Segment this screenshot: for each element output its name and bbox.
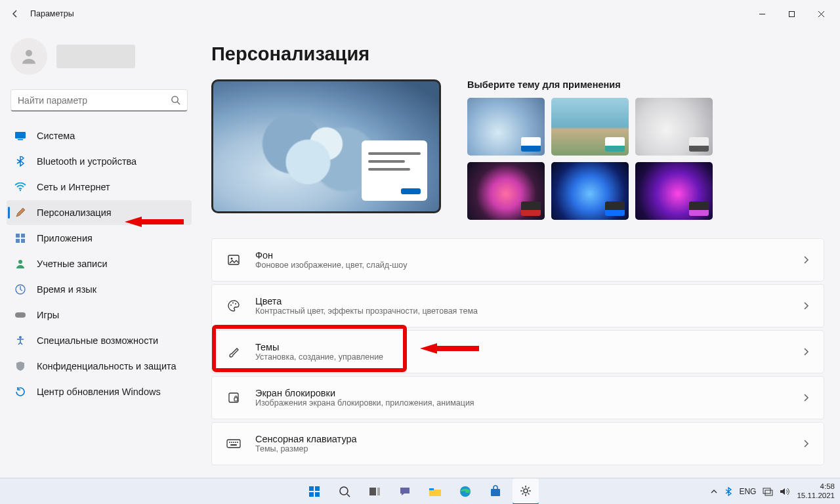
- card-touch-keyboard[interactable]: Сенсорная клавиатураТемы, размер: [211, 422, 824, 465]
- svg-rect-33: [315, 486, 320, 491]
- nav-accessibility[interactable]: Специальные возможности: [7, 328, 192, 353]
- card-sub: Фоновое изображение, цвет, слайд-шоу: [255, 261, 788, 270]
- tray-network-icon[interactable]: [763, 487, 773, 496]
- card-lockscreen[interactable]: Экран блокировкиИзображения экрана блоки…: [211, 376, 824, 419]
- nav-system[interactable]: Система: [7, 123, 192, 148]
- card-background[interactable]: ФонФоновое изображение, цвет, слайд-шоу: [211, 238, 824, 282]
- nav-network[interactable]: Сеть и Интернет: [7, 175, 192, 200]
- keyboard-icon: [226, 438, 241, 449]
- svg-point-2: [26, 50, 32, 56]
- grid-icon: [14, 232, 26, 244]
- theme-landscape[interactable]: [551, 98, 629, 156]
- maximize-button[interactable]: [777, 3, 807, 24]
- card-sub: Темы, размер: [255, 444, 788, 453]
- user-profile[interactable]: [7, 33, 192, 89]
- nav-label: Система: [37, 131, 75, 141]
- monitor-icon: [14, 130, 26, 142]
- minimize-button[interactable]: [747, 3, 777, 24]
- card-title: Фон: [255, 250, 788, 261]
- nav-bluetooth[interactable]: Bluetooth и устройства: [7, 149, 192, 174]
- taskbar-store[interactable]: [482, 478, 509, 505]
- nav-accounts[interactable]: Учетные записи: [7, 251, 192, 276]
- svg-point-19: [232, 303, 234, 304]
- card-themes[interactable]: ТемыУстановка, создание, управление: [211, 330, 824, 373]
- theme-gray[interactable]: [635, 98, 713, 156]
- svg-rect-23: [227, 440, 240, 448]
- update-icon: [14, 386, 26, 398]
- card-title: Экран блокировки: [255, 388, 788, 398]
- svg-rect-34: [309, 492, 314, 497]
- avatar: [10, 38, 47, 75]
- taskbar-edge[interactable]: [452, 478, 478, 505]
- titlebar: Параметры: [0, 0, 840, 28]
- nav-label: Конфиденциальность и защита: [37, 361, 177, 371]
- theme-purple[interactable]: [635, 162, 713, 220]
- nav-gaming[interactable]: Игры: [7, 303, 192, 327]
- nav-personalization[interactable]: Персонализация: [7, 200, 192, 225]
- window-title: Параметры: [30, 9, 74, 18]
- system-tray[interactable]: ENG 4:58 15.11.2021: [710, 482, 835, 499]
- theme-light-blue[interactable]: [467, 98, 545, 156]
- search-input[interactable]: [10, 89, 188, 112]
- accessibility-icon: [14, 335, 26, 346]
- chevron-right-icon: [803, 439, 809, 448]
- taskbar-explorer[interactable]: [422, 478, 448, 505]
- gamepad-icon: [14, 309, 26, 321]
- search-field[interactable]: [18, 95, 171, 106]
- svg-rect-9: [21, 234, 25, 238]
- close-button[interactable]: [807, 3, 836, 24]
- sample-window: [362, 140, 427, 201]
- start-button[interactable]: [301, 478, 327, 505]
- shield-icon: [14, 360, 26, 372]
- svg-rect-6: [18, 139, 23, 140]
- taskbar: ENG 4:58 15.11.2021: [0, 478, 840, 504]
- nav-label: Приложения: [37, 233, 93, 243]
- card-sub: Контрастный цвет, эффекты прозрачности, …: [255, 306, 788, 316]
- taskbar-taskview[interactable]: [362, 478, 388, 505]
- svg-point-36: [340, 487, 348, 495]
- tray-bluetooth-icon[interactable]: [724, 487, 732, 496]
- card-title: Сенсорная клавиатура: [255, 434, 788, 444]
- svg-point-7: [20, 190, 21, 191]
- palette-icon: [226, 299, 241, 312]
- taskbar-chat[interactable]: [392, 478, 418, 505]
- chevron-right-icon: [803, 301, 809, 310]
- nav-update[interactable]: Центр обновления Windows: [7, 379, 192, 404]
- nav-label: Персонализация: [37, 207, 112, 218]
- taskbar-settings[interactable]: [513, 478, 539, 505]
- theme-grid: [467, 98, 824, 220]
- svg-rect-32: [309, 486, 314, 491]
- picture-icon: [226, 253, 241, 266]
- svg-point-12: [18, 260, 22, 264]
- nav-privacy[interactable]: Конфиденциальность и защита: [7, 354, 192, 379]
- svg-rect-44: [763, 488, 770, 494]
- svg-rect-40: [429, 488, 434, 490]
- page-title: Персонализация: [211, 43, 824, 65]
- lockscreen-icon: [226, 391, 241, 404]
- tray-volume-icon[interactable]: [780, 487, 790, 496]
- tray-chevron-icon[interactable]: [710, 488, 718, 495]
- theme-dark-flower[interactable]: [467, 162, 545, 220]
- nav-apps[interactable]: Приложения: [7, 226, 192, 251]
- taskbar-search[interactable]: [331, 478, 358, 505]
- desktop-preview[interactable]: [211, 79, 441, 213]
- svg-rect-38: [369, 488, 376, 495]
- nav-list: Система Bluetooth и устройства Сеть и Ин…: [7, 123, 192, 404]
- theme-dark-blue[interactable]: [551, 162, 629, 220]
- svg-point-20: [235, 303, 236, 304]
- paintbrush-icon: [14, 207, 26, 219]
- tray-clock[interactable]: 4:58 15.11.2021: [797, 482, 835, 499]
- chevron-right-icon: [803, 393, 809, 402]
- svg-rect-35: [315, 492, 320, 497]
- svg-rect-1: [789, 11, 795, 16]
- back-button[interactable]: [4, 9, 26, 19]
- nav-time[interactable]: Время и язык: [7, 277, 192, 302]
- card-colors[interactable]: ЦветаКонтрастный цвет, эффекты прозрачно…: [211, 284, 824, 327]
- tray-language[interactable]: ENG: [739, 487, 756, 496]
- main: Персонализация Выберите тему для примене…: [198, 28, 840, 478]
- choose-theme-label: Выберите тему для применения: [467, 79, 824, 90]
- brush-icon: [226, 345, 241, 358]
- nav-label: Учетные записи: [37, 259, 108, 269]
- nav-label: Специальные возможности: [37, 335, 158, 346]
- card-sub: Изображения экрана блокировки, приложени…: [255, 398, 788, 408]
